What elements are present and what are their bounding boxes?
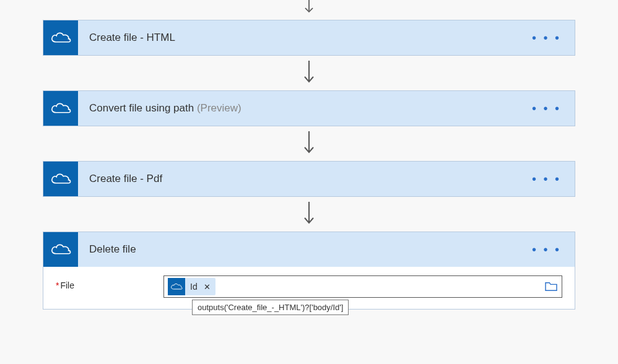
- action-title: Convert file using path (Preview): [78, 102, 518, 115]
- onedrive-icon: [43, 20, 78, 55]
- action-menu-button[interactable]: • • •: [518, 243, 575, 257]
- action-title: Delete file: [78, 243, 518, 256]
- folder-picker-button[interactable]: [544, 281, 558, 292]
- connector-arrow: [302, 0, 316, 16]
- chip-remove-button[interactable]: ✕: [204, 282, 211, 292]
- action-header[interactable]: Create file - Pdf • • •: [43, 162, 575, 196]
- connector-arrow: [302, 201, 316, 228]
- expression-tooltip: outputs('Create_file_-_HTML')?['body/Id'…: [192, 300, 349, 315]
- dynamic-content-chip[interactable]: Id ✕: [168, 278, 215, 295]
- flow-canvas: Create file - HTML • • • Convert file us…: [0, 0, 618, 310]
- action-menu-button[interactable]: • • •: [518, 102, 575, 116]
- action-menu-button[interactable]: • • •: [518, 172, 575, 186]
- action-card-delete-file[interactable]: Delete file • • • *File Id ✕: [43, 232, 575, 310]
- onedrive-icon: [43, 162, 78, 196]
- action-menu-button[interactable]: • • •: [518, 31, 575, 45]
- action-title: Create file - Pdf: [78, 173, 518, 185]
- action-card-convert-file[interactable]: Convert file using path (Preview) • • •: [43, 90, 575, 126]
- onedrive-icon: [43, 91, 78, 126]
- action-card-create-pdf[interactable]: Create file - Pdf • • •: [43, 161, 575, 197]
- required-indicator: *: [56, 280, 59, 290]
- field-label-file: *File: [56, 275, 156, 290]
- action-card-create-html[interactable]: Create file - HTML • • •: [43, 20, 575, 56]
- connector-arrow: [302, 59, 316, 87]
- chip-label: Id: [190, 282, 198, 292]
- action-title: Create file - HTML: [78, 32, 518, 44]
- action-header[interactable]: Delete file • • •: [43, 232, 575, 267]
- file-input-field[interactable]: Id ✕ outputs('Create_file_-_HTML')?['bod…: [163, 275, 562, 298]
- connector-arrow: [302, 130, 316, 157]
- onedrive-icon: [43, 232, 78, 267]
- action-body: *File Id ✕ outputs('Create_file_-_HTML')…: [43, 267, 575, 309]
- onedrive-icon: [168, 278, 185, 295]
- action-header[interactable]: Convert file using path (Preview) • • •: [43, 91, 575, 126]
- action-header[interactable]: Create file - HTML • • •: [43, 20, 575, 55]
